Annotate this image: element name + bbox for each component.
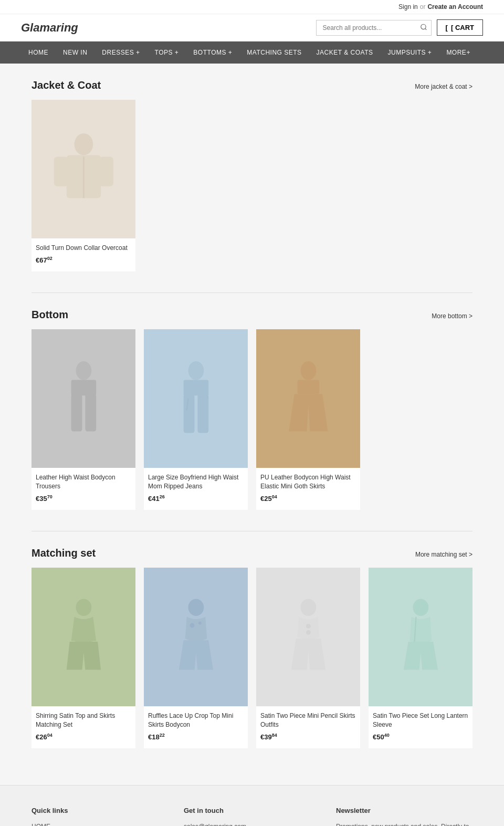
product-image — [32, 100, 135, 238]
svg-rect-5 — [99, 156, 113, 186]
svg-point-21 — [198, 621, 201, 624]
svg-point-2 — [74, 133, 93, 155]
nav-home[interactable]: HOME — [21, 41, 56, 64]
matching-set-title: Matching set — [32, 547, 96, 559]
footer-link-home[interactable]: HOME — [32, 822, 168, 826]
nav-matching-sets[interactable]: MATCHING SETS — [239, 41, 309, 64]
nav-bottoms[interactable]: BOTTOMS + — [186, 41, 239, 64]
contact-email[interactable]: sales@glamaring.com — [184, 822, 320, 826]
product-info: Solid Turn Down Collar Overcoat €6702 — [32, 238, 135, 271]
product-image — [32, 329, 135, 468]
product-card[interactable]: Satin Two Piece Mini Pencil Skirts Outfi… — [256, 568, 360, 748]
product-price: €3984 — [260, 733, 356, 741]
divider — [32, 531, 472, 531]
product-info: Leather High Waist Bodycon Trousers €357… — [32, 468, 135, 510]
more-matching-set-link[interactable]: More matching set > — [415, 551, 472, 558]
more-jacket-coat-link[interactable]: More jacket & coat > — [415, 83, 472, 90]
svg-point-19 — [188, 599, 204, 616]
jacket-coat-grid: Solid Turn Down Collar Overcoat €6702 — [32, 100, 472, 271]
cart-bracket: [ — [446, 24, 448, 32]
product-card[interactable]: Large Size Boyfriend High Waist Mom Ripp… — [144, 329, 248, 510]
svg-point-23 — [306, 624, 311, 629]
jacket-coat-header: Jacket & Coat More jacket & coat > — [32, 79, 472, 91]
product-card[interactable]: Satin Two Piece Set Long Lantern Sleeve … — [369, 568, 472, 748]
product-name: PU Leather Bodycon High Waist Elastic Mi… — [260, 473, 356, 491]
logo[interactable]: Glamaring — [21, 21, 78, 35]
product-name: Ruffles Lace Up Crop Top Mini Skirts Bod… — [148, 712, 244, 729]
svg-rect-8 — [71, 380, 96, 395]
header-top: Sign in or Create an Account — [0, 0, 504, 14]
cart-button[interactable]: [ [ CART — [437, 19, 483, 36]
bottom-title: Bottom — [32, 309, 68, 321]
product-name: Satin Two Piece Mini Pencil Skirts Outfi… — [260, 712, 356, 729]
quick-links-title: Quick links — [32, 807, 168, 814]
footer: Quick links HOME NEW IN Dresses Tops Bot… — [0, 785, 504, 826]
svg-line-1 — [425, 28, 426, 30]
product-card[interactable]: PU Leather Bodycon High Waist Elastic Mi… — [256, 329, 360, 510]
get-in-touch-col: Get in touch sales@glamaring.com — [184, 807, 320, 826]
product-image — [369, 568, 472, 706]
svg-point-11 — [188, 361, 204, 380]
product-info: Shirring Satin Top and Skirts Matching S… — [32, 706, 135, 748]
cart-label: [ CART — [451, 24, 474, 32]
product-card[interactable]: Shirring Satin Top and Skirts Matching S… — [32, 568, 135, 748]
product-price: €1822 — [148, 733, 244, 741]
sign-in-link[interactable]: Sign in — [398, 3, 418, 11]
product-name: Large Size Boyfriend High Waist Mom Ripp… — [148, 473, 244, 491]
svg-point-18 — [76, 599, 91, 616]
product-info: Satin Two Piece Set Long Lantern Sleeve … — [369, 706, 472, 748]
product-price: €4126 — [148, 494, 244, 503]
product-info: PU Leather Bodycon High Waist Elastic Mi… — [256, 468, 360, 510]
nav-more[interactable]: MORE+ — [439, 41, 478, 64]
more-bottom-link[interactable]: More bottom > — [432, 312, 472, 320]
svg-rect-14 — [197, 394, 208, 433]
svg-point-22 — [300, 599, 316, 616]
svg-point-7 — [76, 361, 91, 380]
product-price: €2604 — [36, 733, 131, 741]
matching-set-header: Matching set More matching set > — [32, 547, 472, 559]
product-price: €6702 — [36, 256, 131, 264]
svg-rect-12 — [183, 380, 208, 395]
get-in-touch-title: Get in touch — [184, 807, 320, 814]
nav-tops[interactable]: TOPS + — [148, 41, 186, 64]
svg-point-0 — [421, 24, 425, 29]
svg-point-16 — [300, 361, 316, 380]
header-main: Glamaring [ [ CART — [0, 14, 504, 41]
create-account-link[interactable]: Create an Account — [427, 3, 483, 11]
newsletter-col: Newsletter Promotions, new products and … — [336, 807, 472, 826]
product-image — [256, 329, 360, 468]
matching-set-section: Matching set More matching set > Shirrin… — [32, 547, 472, 748]
product-card[interactable]: Solid Turn Down Collar Overcoat €6702 — [32, 100, 135, 271]
nav-dresses[interactable]: DRESSES + — [94, 41, 147, 64]
product-image — [256, 568, 360, 706]
product-name: Leather High Waist Bodycon Trousers — [36, 473, 131, 491]
bottom-section: Bottom More bottom > Leather High Waist … — [32, 309, 472, 510]
search-button[interactable] — [420, 23, 427, 32]
divider — [32, 292, 472, 293]
product-price: €3570 — [36, 494, 131, 503]
product-info: Satin Two Piece Mini Pencil Skirts Outfi… — [256, 706, 360, 748]
svg-point-24 — [306, 630, 311, 635]
matching-set-grid: Shirring Satin Top and Skirts Matching S… — [32, 568, 472, 748]
main-nav: HOME NEW IN DRESSES + TOPS + BOTTOMS + M… — [0, 41, 504, 64]
product-image — [32, 568, 135, 706]
svg-point-25 — [413, 599, 428, 616]
product-price: €2504 — [260, 494, 356, 503]
product-card[interactable]: Leather High Waist Bodycon Trousers €357… — [32, 329, 135, 510]
bottom-grid: Leather High Waist Bodycon Trousers €357… — [32, 329, 472, 510]
product-name: Solid Turn Down Collar Overcoat — [36, 244, 131, 253]
footer-top: Quick links HOME NEW IN Dresses Tops Bot… — [32, 807, 472, 826]
newsletter-description: Promotions, new products and sales. Dire… — [336, 822, 472, 826]
nav-jumpsuits[interactable]: JUMPSUITS + — [381, 41, 439, 64]
nav-jacket-coats[interactable]: JACKET & COATS — [309, 41, 381, 64]
svg-rect-10 — [85, 394, 96, 431]
product-info: Ruffles Lace Up Crop Top Mini Skirts Bod… — [144, 706, 248, 748]
or-separator: or — [420, 3, 426, 11]
search-input[interactable] — [316, 20, 432, 36]
product-card[interactable]: Ruffles Lace Up Crop Top Mini Skirts Bod… — [144, 568, 248, 748]
jacket-coat-title: Jacket & Coat — [32, 79, 101, 91]
header-right: [ [ CART — [316, 19, 483, 36]
svg-rect-4 — [54, 156, 68, 186]
product-info: Large Size Boyfriend High Waist Mom Ripp… — [144, 468, 248, 510]
nav-new-in[interactable]: NEW IN — [56, 41, 94, 64]
